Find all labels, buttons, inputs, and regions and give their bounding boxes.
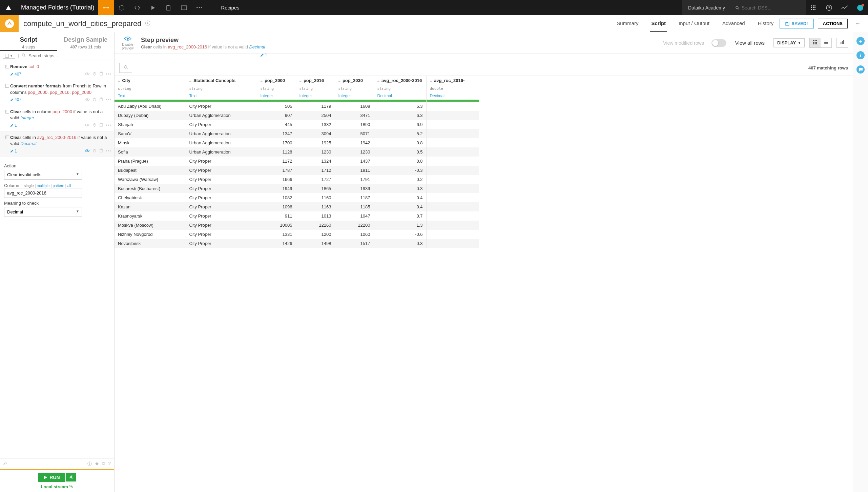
- column-menu-icon[interactable]: ≡: [377, 79, 379, 83]
- user-avatar[interactable]: [852, 0, 868, 15]
- trash-icon[interactable]: [99, 148, 103, 154]
- chart-view-icon[interactable]: [836, 38, 848, 48]
- edit-step-link[interactable]: 1: [260, 53, 274, 57]
- step-more-icon[interactable]: •••: [106, 71, 111, 77]
- step-affected-count[interactable]: 407: [10, 97, 21, 103]
- column-menu-icon[interactable]: ≡: [118, 79, 120, 83]
- star-icon[interactable]: [145, 20, 150, 27]
- drop-icon[interactable]: ◆: [95, 461, 99, 467]
- column-meaning[interactable]: Text: [186, 92, 257, 100]
- left-tab-design-sample[interactable]: Design Sample 407 rows 11 cols: [57, 32, 115, 51]
- table-row[interactable]: KazanCity Proper1096116311850.4: [115, 202, 479, 211]
- trash-icon[interactable]: [99, 122, 103, 128]
- step-checkbox[interactable]: [5, 110, 9, 114]
- step-search-input[interactable]: [28, 53, 111, 58]
- formula-icon[interactable]: x²: [3, 461, 7, 467]
- column-meaning[interactable]: Decimal: [374, 92, 426, 100]
- table-row[interactable]: Dubayy (Dubai)Urban Agglomeration9072504…: [115, 111, 479, 120]
- meaning-select[interactable]: Decimal: [4, 207, 82, 217]
- collapse-arrow-icon[interactable]: ←: [852, 20, 863, 27]
- tab-script[interactable]: Script: [650, 16, 667, 32]
- column-menu-icon[interactable]: ≡: [189, 79, 191, 83]
- column-meaning[interactable]: Integer: [335, 92, 374, 100]
- step-item[interactable]: ⋮⋮Convert number formats from French to …: [0, 80, 114, 106]
- eye-icon[interactable]: [85, 71, 90, 77]
- info-icon[interactable]: ⓘ: [87, 461, 92, 467]
- table-row[interactable]: Warszawa (Warsaw)City Proper166617271791…: [115, 175, 479, 184]
- table-row[interactable]: ChelyabinskCity Proper1082116011870.4: [115, 193, 479, 202]
- step-item[interactable]: ⋮⋮Remove col_0 407•••: [0, 61, 114, 80]
- trash-icon[interactable]: [99, 97, 103, 103]
- column-header[interactable]: ≡pop_2016: [296, 76, 335, 85]
- select-all-dropdown[interactable]: ▼: [3, 53, 15, 59]
- tab-history[interactable]: History: [757, 16, 775, 32]
- table-row[interactable]: MinskUrban Agglomeration1700192519420.8: [115, 138, 479, 147]
- step-affected-count[interactable]: 1: [10, 148, 17, 154]
- step-affected-count[interactable]: 407: [10, 71, 21, 77]
- help-icon[interactable]: ?: [821, 0, 837, 15]
- left-tab-script[interactable]: Script 4 steps: [0, 32, 57, 51]
- column-meaning[interactable]: Text: [115, 92, 186, 100]
- help-small-icon[interactable]: ?: [108, 461, 111, 467]
- table-row[interactable]: NovosibirskCity Proper1426149815170.3: [115, 239, 479, 248]
- table-row[interactable]: KrasnoyarskCity Proper911101310470.7: [115, 211, 479, 221]
- code-icon[interactable]: [129, 0, 145, 15]
- step-checkbox[interactable]: [5, 65, 9, 68]
- step-checkbox[interactable]: [5, 84, 9, 88]
- power-icon[interactable]: [92, 97, 97, 103]
- global-search-input[interactable]: [742, 5, 802, 11]
- chat-icon[interactable]: [856, 65, 865, 74]
- play-icon[interactable]: [145, 0, 161, 15]
- column-meaning[interactable]: Decimal: [426, 92, 479, 100]
- global-search[interactable]: [731, 0, 806, 15]
- column-header[interactable]: ≡avg_roc_2016-: [426, 76, 479, 85]
- column-meaning[interactable]: Integer: [257, 92, 296, 100]
- column-menu-icon[interactable]: ≡: [299, 79, 302, 83]
- disable-preview-toggle[interactable]: Disable preview: [119, 36, 136, 50]
- grid-view-icon[interactable]: [810, 38, 821, 47]
- column-menu-icon[interactable]: ≡: [338, 79, 340, 83]
- step-checkbox[interactable]: [5, 136, 9, 139]
- activity-icon[interactable]: [837, 0, 852, 15]
- dataiku-logo[interactable]: [0, 4, 17, 12]
- action-select[interactable]: Clear invalid cells: [4, 170, 82, 180]
- panel-icon[interactable]: [176, 0, 192, 15]
- power-icon[interactable]: [92, 122, 97, 128]
- display-dropdown[interactable]: DISPLAY▼: [773, 38, 805, 47]
- clipboard-icon[interactable]: [161, 0, 176, 15]
- table-row[interactable]: SofiaUrban Agglomeration1128123012300.5: [115, 147, 479, 157]
- step-affected-count[interactable]: 1: [10, 123, 17, 128]
- tab-summary[interactable]: Summary: [615, 16, 640, 32]
- tab-io[interactable]: Input / Output: [677, 16, 711, 32]
- project-name[interactable]: Managed Folders (Tutorial): [17, 4, 98, 11]
- tab-advanced[interactable]: Advanced: [721, 16, 746, 32]
- info-rail-icon[interactable]: i: [856, 51, 865, 59]
- actions-button[interactable]: ACTIONS: [818, 19, 848, 28]
- column-header[interactable]: ≡City: [115, 76, 186, 85]
- saved-button[interactable]: SAVED!: [780, 19, 813, 28]
- eye-icon[interactable]: [85, 122, 90, 128]
- table-row[interactable]: Nizhniy NovgorodCity Proper133112001060-…: [115, 230, 479, 239]
- more-icon[interactable]: •••: [192, 0, 207, 15]
- eye-icon[interactable]: [85, 97, 90, 103]
- copy-icon[interactable]: ⧉: [102, 461, 105, 467]
- circle-progress-icon[interactable]: [114, 0, 129, 15]
- trash-icon[interactable]: [99, 71, 103, 77]
- table-row[interactable]: SharjahCity Proper445133218906.9: [115, 120, 479, 129]
- step-more-icon[interactable]: •••: [106, 122, 111, 128]
- academy-link[interactable]: Dataiku Academy: [682, 0, 731, 15]
- column-input[interactable]: [4, 188, 82, 198]
- add-icon[interactable]: +: [856, 37, 865, 45]
- flow-icon[interactable]: [98, 0, 114, 15]
- table-row[interactable]: Praha (Prague)City Proper1172132414370.8: [115, 157, 479, 166]
- view-toggle-switch[interactable]: [711, 39, 726, 47]
- column-meaning[interactable]: Integer: [296, 92, 335, 100]
- step-more-icon[interactable]: •••: [106, 97, 111, 103]
- step-item[interactable]: ⋮⋮Clear cells in column pop_2000 if valu…: [0, 106, 114, 132]
- run-settings-button[interactable]: [66, 473, 76, 481]
- power-icon[interactable]: [92, 148, 97, 154]
- column-header[interactable]: ≡avg_roc_2000-2016: [374, 76, 426, 85]
- column-menu-icon[interactable]: ≡: [430, 79, 432, 83]
- table-row[interactable]: Moskva (Moscow)City Proper10005122601220…: [115, 221, 479, 230]
- run-button[interactable]: RUN: [38, 473, 65, 482]
